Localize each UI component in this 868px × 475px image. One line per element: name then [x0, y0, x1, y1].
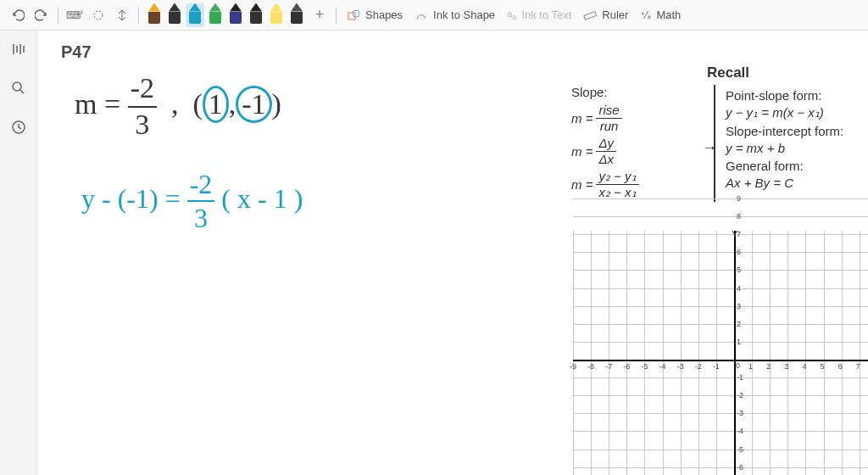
pen-palette	[144, 3, 307, 27]
add-pen-button[interactable]: +	[309, 4, 331, 26]
insert-space-button[interactable]	[111, 4, 133, 26]
canvas[interactable]: P47 m = -23 , (1,-1) y - (-1) = -23 ( x …	[37, 31, 868, 475]
svg-rect-3	[584, 11, 597, 19]
handwriting-line2: y - (-1) = -23 ( x - 1 )	[81, 168, 303, 235]
handwriting-line1: m = -23 , (1,-1)	[75, 71, 281, 142]
search-button[interactable]	[7, 76, 31, 100]
math-label: Math	[656, 8, 681, 21]
separator	[336, 7, 337, 24]
ruler-button[interactable]: Ruler	[578, 3, 633, 27]
page-title: P47	[61, 42, 92, 62]
pen-5[interactable]	[247, 3, 265, 27]
ruler-label: Ruler	[602, 8, 628, 21]
recall-title: Recall	[571, 64, 868, 81]
ink-to-shape-button[interactable]: Ink to Shape	[409, 3, 500, 27]
coordinate-graph: -9-8-7-6-5-4-3-2-10123456789-6-5-4-3-2-1…	[573, 231, 868, 475]
arrow-icon: →	[702, 139, 717, 157]
recall-forms-col: Point-slope form: y − y₁ = m(x − x₁) Slo…	[715, 85, 843, 202]
pen-7[interactable]	[287, 3, 306, 27]
pen-0[interactable]	[145, 3, 164, 27]
svg-point-2	[353, 10, 359, 17]
sidebar	[0, 31, 37, 475]
math-button[interactable]: ⁺⁄ₓMath	[635, 3, 686, 27]
undo-button[interactable]	[7, 4, 29, 26]
svg-point-4	[13, 82, 21, 91]
pen-4[interactable]	[226, 3, 245, 27]
separator	[138, 7, 139, 24]
pen-1[interactable]	[165, 3, 184, 27]
redo-button[interactable]	[31, 4, 53, 26]
svg-point-0	[94, 11, 103, 20]
ink-to-shape-label: Ink to Shape	[433, 8, 495, 21]
navigation-button[interactable]	[7, 37, 31, 61]
separator	[58, 7, 58, 24]
pen-2[interactable]	[186, 3, 204, 27]
ink-to-text-label: Ink to Text	[521, 8, 571, 21]
text-tool-button[interactable]: ⌨I	[64, 4, 86, 26]
shapes-label: Shapes	[365, 8, 403, 21]
toolbar: ⌨I + Shapes Ink to Shape aaInk to Text R…	[0, 0, 868, 31]
recall-slope-col: Slope: m =riserun m =ΔyΔx m =y₂ − y₁x₂ −…	[571, 85, 715, 202]
ink-to-text-button: aaInk to Text	[502, 3, 576, 27]
recent-button[interactable]	[7, 115, 31, 139]
shapes-button[interactable]: Shapes	[342, 3, 408, 27]
pen-6[interactable]	[267, 3, 286, 27]
pen-3[interactable]	[206, 3, 225, 27]
main: P47 m = -23 , (1,-1) y - (-1) = -23 ( x …	[0, 31, 868, 475]
lasso-button[interactable]	[87, 4, 109, 26]
recall-block: Recall Slope: m =riserun m =ΔyΔx m =y₂ −…	[571, 64, 868, 202]
